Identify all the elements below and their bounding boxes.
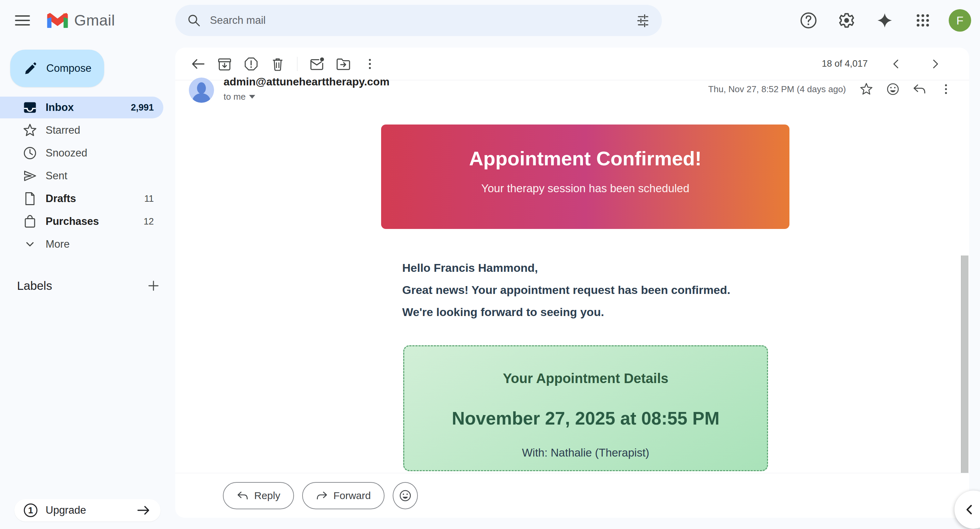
topbar: Gmail (0, 0, 980, 41)
toolbar-divider (297, 57, 298, 71)
star-email-button[interactable] (856, 78, 877, 100)
sidebar-item-inbox[interactable]: Inbox 2,991 (0, 97, 163, 118)
upgrade-button[interactable]: 1 Upgrade (14, 499, 161, 521)
help-button[interactable] (796, 8, 821, 33)
search-input[interactable] (210, 14, 635, 27)
chevron-down-icon (22, 237, 37, 252)
kebab-menu-icon (939, 82, 953, 96)
closing-line: We're looking forward to seeing you. (402, 301, 789, 323)
email-actions-bar: Reply Forward (175, 473, 969, 518)
email-header: admin@attunehearttherapy.com to me Thu, … (175, 80, 969, 124)
gmail-logo-text: Gmail (74, 11, 115, 29)
chevron-right-icon (929, 58, 941, 70)
draft-file-icon (22, 191, 37, 206)
search-options-icon[interactable] (635, 13, 650, 28)
pagination-count: 18 of 4,017 (822, 59, 868, 69)
create-label-button[interactable] (144, 276, 163, 295)
mark-unread-button[interactable] (304, 51, 330, 77)
sidebar-item-count: 11 (144, 194, 154, 204)
forward-arrow-icon (316, 489, 328, 502)
sidebar-item-purchases[interactable]: Purchases 12 (0, 211, 163, 232)
details-heading: Your Appointment Details (404, 371, 767, 386)
report-spam-button[interactable] (238, 51, 264, 77)
settings-button[interactable] (834, 8, 859, 33)
inbox-icon (22, 100, 37, 115)
newer-email-button[interactable] (886, 54, 907, 74)
star-icon (22, 123, 37, 138)
reply-button[interactable]: Reply (223, 482, 294, 509)
gmail-logo[interactable]: Gmail (46, 11, 115, 29)
details-therapist: With: Nathalie (Therapist) (404, 446, 767, 459)
emoji-reaction-button[interactable] (882, 78, 904, 100)
gemini-button[interactable] (872, 8, 897, 33)
sidebar-item-label: Inbox (46, 102, 74, 114)
pagination: 18 of 4,017 (822, 54, 945, 74)
sidebar-item-starred[interactable]: Starred (0, 119, 163, 141)
recipient-toggle[interactable]: to me (224, 92, 390, 102)
more-toolbar-button[interactable] (356, 51, 383, 77)
sidebar-item-label: Sent (46, 170, 67, 182)
account-avatar[interactable]: F (949, 9, 971, 32)
mail-view: 18 of 4,017 admin@attunehearttherapy.com… (175, 48, 969, 518)
back-button[interactable] (185, 51, 211, 77)
kebab-menu-icon (363, 56, 377, 71)
sidebar-item-more[interactable]: More (0, 234, 163, 255)
reply-header-button[interactable] (908, 78, 930, 100)
sidebar-item-label: Snoozed (46, 147, 87, 159)
confirmation-line: Great news! Your appointment request has… (402, 279, 789, 301)
send-icon (22, 168, 37, 183)
sidebar-item-snoozed[interactable]: Snoozed (0, 142, 163, 164)
move-to-button[interactable] (330, 51, 356, 77)
smiley-icon (886, 82, 900, 96)
sender-info: admin@attunehearttherapy.com to me (224, 76, 390, 102)
sidebar-item-sent[interactable]: Sent (0, 165, 163, 187)
sidebar-item-count: 2,991 (130, 102, 154, 113)
reply-arrow-icon (912, 82, 927, 96)
compose-button[interactable]: Compose (10, 50, 104, 87)
forward-button[interactable]: Forward (302, 482, 385, 509)
banner-title: Appointment Confirmed! (381, 147, 789, 170)
forward-label: Forward (334, 490, 371, 502)
main-menu-button[interactable] (6, 4, 39, 37)
sender-email[interactable]: admin@attunehearttherapy.com (224, 76, 390, 88)
details-datetime: November 27, 2025 at 08:55 PM (404, 408, 767, 429)
sidebar-item-label: Drafts (46, 192, 76, 205)
add-reaction-button[interactable] (393, 482, 418, 509)
topbar-actions: F (796, 0, 971, 41)
compose-pencil-icon (23, 61, 37, 76)
compose-label: Compose (46, 62, 92, 75)
chevron-left-icon (891, 58, 902, 70)
older-email-button[interactable] (925, 54, 945, 74)
sidebar-item-drafts[interactable]: Drafts 11 (0, 188, 163, 210)
appointment-details-box: Your Appointment Details November 27, 20… (403, 345, 768, 471)
smiley-icon (398, 489, 412, 502)
more-email-button[interactable] (935, 78, 957, 100)
recipient-label: to me (224, 92, 246, 102)
gmail-m-icon (46, 12, 69, 29)
confirmation-banner: Appointment Confirmed! Your therapy sess… (381, 124, 789, 229)
hamburger-icon (15, 14, 30, 26)
email-body: Appointment Confirmed! Your therapy sess… (381, 124, 789, 471)
chevron-left-icon (963, 503, 976, 516)
trash-icon (270, 56, 285, 71)
email-scrollbar[interactable] (961, 256, 969, 473)
sidebar-item-label: Purchases (46, 215, 99, 227)
labels-section-header: Labels (17, 276, 163, 295)
search-bar[interactable] (175, 5, 662, 36)
gemini-sparkle-icon (877, 12, 893, 29)
email-header-actions: Thu, Nov 27, 8:52 PM (4 days ago) (708, 78, 957, 100)
help-icon (800, 11, 817, 29)
reply-label: Reply (254, 490, 280, 502)
sender-avatar[interactable] (189, 78, 214, 103)
google-one-icon: 1 (24, 504, 37, 517)
shopping-bag-icon (22, 214, 37, 229)
sidebar-item-label: Starred (46, 124, 80, 137)
delete-button[interactable] (264, 51, 291, 77)
star-outline-icon (859, 82, 873, 96)
labels-title: Labels (17, 279, 52, 292)
archive-button[interactable] (211, 51, 238, 77)
arrow-right-icon (136, 503, 151, 518)
greeting-line: Hello Francis Hammond, (402, 257, 789, 279)
google-apps-button[interactable] (911, 8, 935, 33)
mark-unread-icon (309, 56, 325, 72)
